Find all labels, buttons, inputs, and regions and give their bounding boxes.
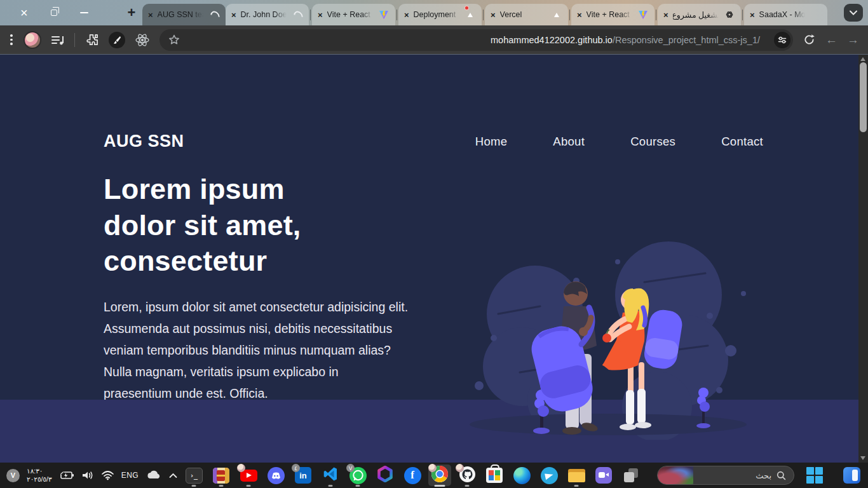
nav-contact[interactable]: Contact xyxy=(721,135,763,149)
vercel-favicon xyxy=(465,10,476,20)
taskbar-video-call[interactable] xyxy=(594,463,613,488)
taskbar-vscode[interactable] xyxy=(321,463,340,488)
tab-close-icon[interactable]: × xyxy=(231,11,236,19)
profile-avatar[interactable] xyxy=(24,31,41,49)
browser-toolbar: mohammed4122002.github.io/Responsive_pro… xyxy=(0,25,868,55)
extensions-icon[interactable] xyxy=(85,32,99,47)
tray-app-badge[interactable]: V xyxy=(6,469,20,482)
tab-close-icon[interactable]: × xyxy=(148,11,153,19)
tab-close-icon[interactable]: × xyxy=(663,11,668,19)
hero-heading: Lorem ipsum dolor sit amet, consectetur xyxy=(104,172,351,280)
new-tab-button[interactable]: + xyxy=(123,4,140,22)
globe-favicon xyxy=(292,10,303,20)
tab-saadax[interactable]: × SaadaX - Mo xyxy=(744,4,827,25)
globe-favicon xyxy=(209,10,220,20)
tab-aug-ssn[interactable]: × AUG SSN tea xyxy=(142,4,226,25)
search-highlight-image[interactable] xyxy=(658,466,693,484)
page-scrollbar[interactable] xyxy=(858,55,868,463)
taskbar-linkedin[interactable]: ٤ in xyxy=(294,463,313,488)
reload-icon[interactable] xyxy=(803,33,816,46)
taskbar-edge[interactable] xyxy=(512,463,531,488)
account-badge xyxy=(456,464,464,472)
taskbar-telegram[interactable] xyxy=(539,463,559,488)
scrollbar-thumb[interactable] xyxy=(860,62,867,132)
taskbar-search[interactable]: بحث xyxy=(657,466,794,485)
battery-icon[interactable] xyxy=(59,470,74,480)
taskbar-clock[interactable]: ١٨:٣٠ ٢٠٢٥/٥/٣ xyxy=(27,467,52,484)
url-text[interactable]: mohammed4122002.github.io/Responsive_pro… xyxy=(491,29,760,51)
forward-icon[interactable]: → xyxy=(847,34,859,46)
tab-deployment[interactable]: × Deployment xyxy=(398,4,482,25)
taskbar-microsoft365[interactable] xyxy=(376,463,395,488)
taskbar-facebook[interactable]: f xyxy=(403,463,422,488)
site-logo[interactable]: AUG SSN xyxy=(104,132,184,151)
react-devtools-icon[interactable] xyxy=(135,32,150,48)
taskbar-terminal[interactable]: ›_ xyxy=(184,463,203,488)
avatar-favicon xyxy=(811,10,822,20)
tab-close-icon[interactable]: × xyxy=(491,11,496,19)
site-settings-icon[interactable] xyxy=(774,32,790,48)
taskbar-microsoft-store[interactable] xyxy=(485,463,504,488)
account-badge xyxy=(237,464,245,472)
reading-list-icon[interactable] xyxy=(51,34,65,46)
clock-date: ٢٠٢٥/٥/٣ xyxy=(27,475,52,484)
search-placeholder: بحث xyxy=(756,471,771,480)
theme-brush-icon[interactable] xyxy=(109,32,125,48)
site-nav: Home About Courses Contact xyxy=(475,135,763,149)
vite-favicon xyxy=(379,10,390,20)
tab-dr-john-doe[interactable]: × Dr. John Doe xyxy=(226,4,309,25)
window-minimize-icon[interactable] xyxy=(80,12,88,13)
microsoft-365-icon xyxy=(377,466,393,485)
screen: × + × AUG SSN tea × Dr. John Doe × Vite … xyxy=(0,0,868,488)
tab-overflow-button[interactable] xyxy=(844,4,863,22)
window-close-icon[interactable]: × xyxy=(20,6,28,19)
language-indicator[interactable]: ENG xyxy=(121,471,139,480)
tab-separator xyxy=(483,10,484,20)
taskbar-whatsapp[interactable]: V xyxy=(348,463,367,488)
tab-vercel[interactable]: × Vercel xyxy=(485,4,568,25)
chevron-down-icon xyxy=(850,10,857,15)
widgets-button[interactable] xyxy=(843,467,860,484)
search-icon xyxy=(776,471,786,480)
taskbar-chrome[interactable] xyxy=(430,463,449,488)
chevron-up-icon[interactable] xyxy=(169,473,177,478)
tab-vite-react-1[interactable]: × Vite + React xyxy=(312,4,395,25)
vscode-icon xyxy=(322,466,339,485)
tab-close-icon[interactable]: × xyxy=(750,11,755,19)
tab-title: Vercel xyxy=(500,10,547,19)
file-explorer-icon xyxy=(568,469,585,482)
tab-separator xyxy=(742,10,743,20)
address-bar[interactable]: mohammed4122002.github.io/Responsive_pro… xyxy=(159,29,794,51)
onedrive-cloud-icon[interactable] xyxy=(146,470,162,480)
nav-about[interactable]: About xyxy=(553,135,585,149)
tab-title: SaadaX - Mo xyxy=(759,10,806,19)
url-path: /Responsive_project_html_css-js_1/ xyxy=(613,35,760,45)
taskbar-snipping-tool[interactable] xyxy=(621,463,641,488)
taskbar-library-app[interactable] xyxy=(212,463,231,488)
tab-arabic-project[interactable]: × تشغيل مشروع xyxy=(658,4,741,25)
back-icon[interactable]: ← xyxy=(825,34,837,46)
tab-separator xyxy=(310,10,311,20)
notification-badge: ٤ xyxy=(292,464,300,472)
wifi-icon[interactable] xyxy=(101,470,114,480)
tab-vite-react-2[interactable]: × Vite + React xyxy=(571,4,654,25)
start-button[interactable] xyxy=(806,467,823,484)
taskbar-youtube[interactable] xyxy=(239,463,258,488)
tab-close-icon[interactable]: × xyxy=(577,11,582,19)
nav-courses[interactable]: Courses xyxy=(630,135,675,149)
tab-close-icon[interactable]: × xyxy=(318,11,323,19)
volume-icon[interactable] xyxy=(81,470,94,480)
scroll-down-icon[interactable] xyxy=(860,456,865,460)
taskbar-discord[interactable] xyxy=(266,463,285,488)
taskbar-github[interactable] xyxy=(458,463,477,488)
taskbar-file-explorer[interactable] xyxy=(567,463,586,488)
tab-separator xyxy=(656,10,656,20)
scroll-up-icon[interactable] xyxy=(860,57,865,61)
bookmark-star-icon[interactable] xyxy=(168,34,180,46)
vite-favicon xyxy=(638,10,649,20)
edge-icon xyxy=(513,467,531,484)
browser-menu-icon[interactable] xyxy=(9,33,14,46)
tab-close-icon[interactable]: × xyxy=(404,11,409,19)
window-restore-icon[interactable] xyxy=(51,10,57,16)
nav-home[interactable]: Home xyxy=(475,135,508,149)
